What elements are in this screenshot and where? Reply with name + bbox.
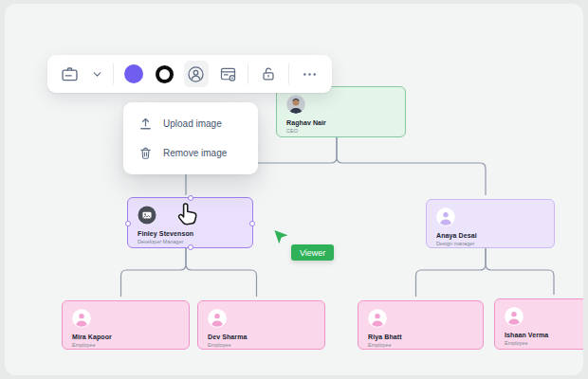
node-name: Ishaan Verma (505, 332, 583, 338)
upload-icon (138, 117, 153, 131)
trash-icon (138, 146, 153, 160)
person-avatar (208, 309, 227, 328)
person-avatar (505, 307, 524, 326)
org-node-ceo[interactable]: Raghav Nair CEO (276, 86, 406, 137)
node-name: Raghav Nair (286, 119, 395, 126)
menu-item-upload-image[interactable]: Upload image (123, 109, 258, 138)
org-node-design-manager[interactable]: Anaya Desai Design manager (426, 199, 555, 248)
image-placeholder-avatar (138, 206, 156, 225)
avatar (208, 309, 227, 328)
avatar (368, 309, 387, 328)
photo-avatar (286, 95, 305, 114)
avatar (286, 95, 305, 114)
person-avatar (72, 309, 91, 328)
node-name: Mira Kapoor (72, 334, 179, 340)
toolbar-divider (248, 63, 248, 84)
color-swatch-black-ring[interactable] (154, 62, 175, 86)
hand-pointer-cursor (174, 196, 206, 232)
node-role: CEO (286, 128, 395, 134)
viewer-cursor-icon (273, 229, 289, 249)
badge-icon[interactable] (60, 62, 81, 86)
person-avatar (368, 309, 387, 328)
menu-item-label: Remove image (163, 148, 227, 158)
lock-open-icon[interactable] (258, 62, 279, 86)
node-name: Anaya Desai (436, 232, 544, 239)
node-role: Employee (505, 340, 583, 346)
avatar (505, 307, 524, 326)
avatar (138, 206, 156, 225)
selection-handle-bottom[interactable] (188, 244, 193, 250)
node-role: Employee (72, 342, 179, 348)
card-details-icon[interactable] (218, 62, 239, 86)
toolbar-divider (113, 63, 114, 84)
org-node-employee-4[interactable]: Ishaan Verma Employee (494, 298, 583, 350)
floating-toolbar (47, 55, 332, 93)
org-node-employee-3[interactable]: Riya Bhatt Employee (358, 300, 484, 350)
menu-item-remove-image[interactable]: Remove image (123, 138, 258, 168)
menu-item-label: Upload image (163, 118, 222, 129)
node-role: Employee (208, 342, 315, 348)
more-icon[interactable] (299, 62, 320, 86)
viewer-presence-badge: Viewer (291, 244, 334, 261)
org-node-employee-2[interactable]: Dev Sharma Employee (197, 300, 325, 350)
selection-handle-left[interactable] (125, 221, 131, 226)
user-avatar-icon[interactable] (184, 61, 208, 87)
selection-handle-right[interactable] (249, 221, 255, 226)
image-context-menu: Upload image Remove image (123, 102, 258, 174)
node-name: Riya Bhatt (368, 334, 473, 340)
chevron-down-icon[interactable] (90, 62, 104, 86)
node-role: Employee (368, 342, 473, 348)
color-swatch-purple[interactable] (123, 62, 144, 86)
avatar (72, 309, 91, 328)
node-name: Dev Sharma (208, 334, 315, 340)
toolbar-divider (288, 63, 289, 84)
person-avatar (436, 208, 455, 226)
node-role: Design manager (436, 241, 544, 246)
org-node-employee-1[interactable]: Mira Kapoor Employee (62, 300, 190, 350)
avatar (436, 208, 455, 226)
